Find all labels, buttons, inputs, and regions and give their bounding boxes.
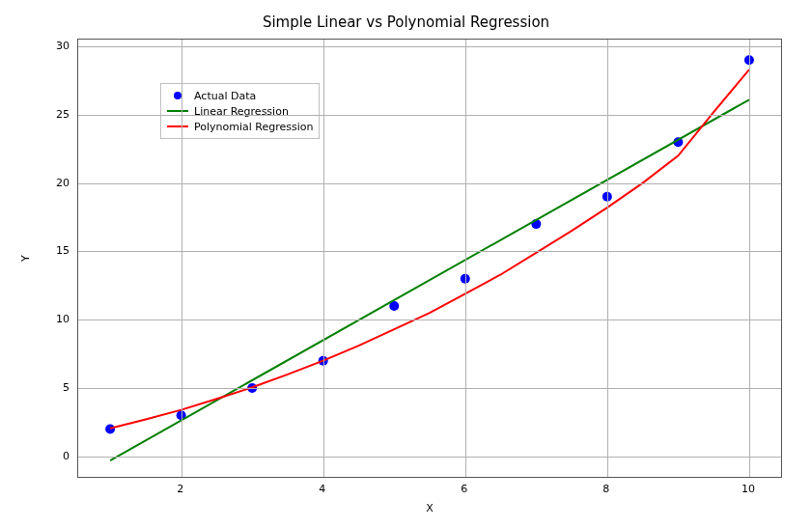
x-tick-label: 4 — [319, 483, 325, 495]
grid-line-horizontal — [78, 320, 781, 320]
legend-label: Actual Data — [194, 90, 256, 102]
y-axis-label: Y — [19, 39, 32, 478]
legend-label: Polynomial Regression — [194, 121, 313, 133]
x-tick-label: 2 — [177, 483, 183, 495]
x-tick-label: 10 — [742, 483, 755, 495]
grid-line-horizontal — [78, 251, 781, 252]
regression-line — [110, 99, 749, 460]
legend-entry: Polynomial Regression — [167, 119, 313, 134]
y-tick-label: 20 — [0, 176, 70, 188]
x-tick-label: 6 — [461, 483, 467, 495]
y-tick-label: 0 — [0, 449, 70, 461]
grid-line-vertical — [323, 40, 324, 477]
legend-swatch — [167, 90, 188, 101]
plot-area: Actual DataLinear RegressionPolynomial R… — [77, 39, 782, 478]
data-point — [105, 424, 115, 433]
y-tick-label: 25 — [0, 107, 70, 120]
grid-line-horizontal — [78, 115, 781, 116]
legend-entry: Actual Data — [167, 88, 313, 103]
legend: Actual DataLinear RegressionPolynomial R… — [160, 83, 320, 139]
legend-entry: Linear Regression — [167, 103, 313, 119]
y-tick-label: 30 — [0, 40, 70, 52]
grid-line-vertical — [465, 40, 466, 477]
y-tick-label: 5 — [0, 380, 70, 393]
y-tick-label: 15 — [0, 244, 70, 257]
chart-container: Simple Linear vs Polynomial Regression A… — [0, 0, 812, 528]
legend-swatch — [167, 121, 188, 132]
grid-line-vertical — [182, 40, 182, 477]
chart-title: Simple Linear vs Polynomial Regression — [0, 14, 812, 31]
grid-line-vertical — [607, 40, 608, 477]
grid-line-horizontal — [78, 457, 781, 458]
grid-line-horizontal — [78, 183, 781, 184]
grid-line-horizontal — [78, 388, 781, 389]
x-tick-label: 8 — [602, 483, 609, 495]
y-tick-label: 10 — [0, 313, 70, 325]
grid-line-vertical — [749, 40, 750, 477]
x-axis-label: X — [77, 502, 782, 514]
grid-line-horizontal — [78, 46, 781, 47]
